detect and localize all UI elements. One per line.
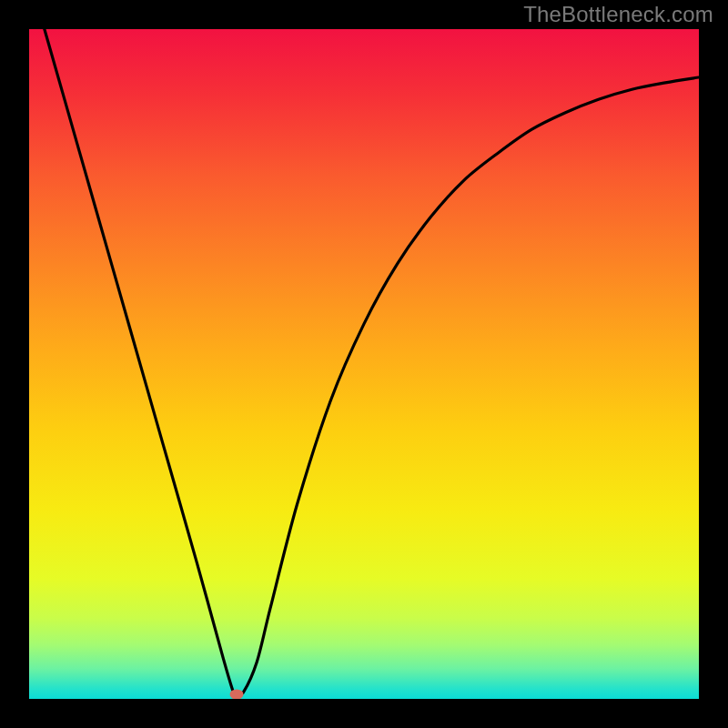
plot-area: [29, 29, 699, 699]
bottleneck-curve: [29, 29, 699, 699]
watermark-text: TheBottleneck.com: [523, 2, 713, 27]
chart-frame: TheBottleneck.com: [0, 0, 728, 728]
minimum-marker: [230, 689, 244, 699]
